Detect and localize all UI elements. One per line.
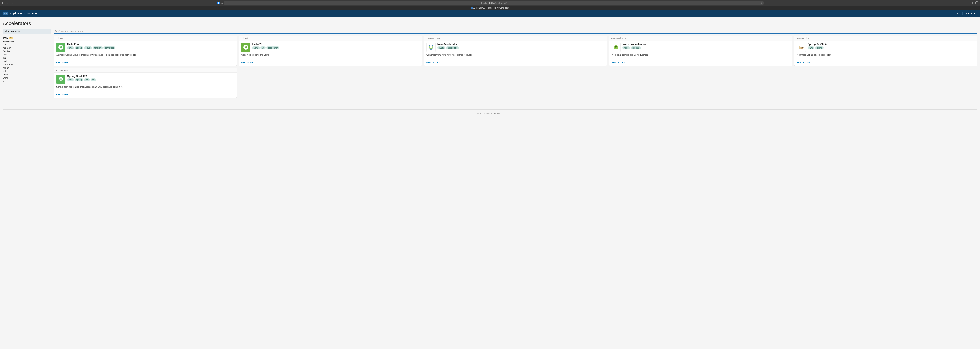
back-button[interactable]: ‹ [6,2,10,5]
svg-point-17 [799,46,800,47]
tabs-icon[interactable] [975,2,978,5]
card-title: Hello Ytt [252,43,419,46]
tag-chip[interactable]: express [631,46,641,49]
tracker-badge[interactable]: 0 [217,2,220,4]
tag-chip[interactable]: cloud [84,46,92,49]
card-tags: nodeexpress [622,46,789,49]
repository-link[interactable]: REPOSITORY [426,62,440,63]
url-bar[interactable]: localhost:8877/dashboard/ ↻ [224,1,764,5]
svg-point-5 [56,30,57,32]
tag-link-sql[interactable]: sql [3,70,51,73]
tag-chip[interactable]: java [67,78,74,81]
tag-chip[interactable]: spring [75,46,83,49]
tag-chip[interactable]: spring [815,46,824,49]
svg-marker-10 [430,46,433,49]
tag-chip[interactable]: serverless [103,46,116,49]
card-description: A simple Spring Cloud Function serverles… [56,53,234,56]
svg-point-15 [800,47,800,48]
tag-chip[interactable]: accelerator [266,46,279,49]
tag-link-tanzu[interactable]: tanzu [3,73,51,76]
tag-link-yaml[interactable]: yaml [3,76,51,79]
browser-right-controls: + [967,2,978,5]
card-tags: yamlyttaccelerator [252,46,419,49]
card-slug: node-accelerator [609,36,792,41]
search-input[interactable] [54,29,977,33]
accelerator-card-node-accelerator[interactable]: node-accelerator JS Node.js accelerator … [609,36,792,66]
card-tags: javaspringjpasql [67,78,234,81]
repository-link[interactable]: REPOSITORY [241,62,255,63]
tag-chip[interactable]: node [622,46,630,49]
tag-link-accelerator[interactable]: accelerator [3,40,51,43]
tag-link-express[interactable]: express [3,46,51,49]
tag-chip[interactable]: java [808,46,815,49]
tag-chip[interactable]: sql [91,78,96,81]
tag-link-function[interactable]: function [3,50,51,53]
card-icon [426,43,436,52]
reader-icon[interactable] [221,2,223,4]
card-title: Spring PetClinic [808,43,975,46]
tag-chip[interactable]: yaml [252,46,259,49]
card-icon: JS [611,43,620,52]
card-slug: spring-petclinic [794,36,977,41]
tag-link-node[interactable]: node [3,60,51,63]
sidebar: All accelerators TAGS 13 acceleratorclou… [3,29,51,98]
tag-chip[interactable]: java [67,46,74,49]
card-grid: hello-fun Hello Fun javaspringcloudfunct… [54,36,977,98]
tag-chip[interactable]: function [93,46,103,49]
url-path: /dashboard/ [495,2,507,4]
card-icon [56,75,65,84]
url-host: localhost:8877 [481,2,495,4]
app-header: vmw Application Accelerator Admin: OFF [0,10,980,17]
svg-line-6 [57,31,57,32]
svg-text:JS: JS [615,46,617,48]
svg-rect-4 [976,2,978,3]
card-slug: new-accelerator [424,36,607,41]
tag-link-jpa[interactable]: jpa [3,56,51,60]
svg-point-14 [801,47,803,49]
card-description: Uses YTT to generate yaml [241,53,419,56]
repository-link[interactable]: REPOSITORY [56,62,70,63]
repository-link[interactable]: REPOSITORY [797,62,810,63]
accelerator-card-hello-fun[interactable]: hello-fun Hello Fun javaspringcloudfunct… [54,36,237,66]
card-description: Generate yaml for a new Accelerator reso… [426,53,605,56]
new-tab-icon[interactable]: + [972,2,973,5]
tag-chip[interactable]: accelerator [446,46,459,49]
repository-link[interactable]: REPOSITORY [611,62,625,63]
tag-chip[interactable]: tanzu [438,46,445,49]
page-body: Accelerators All accelerators TAGS 13 ac… [0,17,980,104]
accelerator-card-hello-ytt[interactable]: hello-ytt Hello Ytt yamlyttaccelerator U… [239,36,422,66]
card-title: New Accelerator [438,43,605,46]
tags-count-badge: 13 [9,36,13,39]
accelerator-card-spring-sql-jpa[interactable]: spring-sql-jpa Spring Boot JPA javasprin… [54,68,237,98]
accelerator-card-spring-petclinic[interactable]: spring-petclinic Spring PetClinic javasp… [794,36,977,66]
tag-chip[interactable]: spring [75,78,83,81]
accelerator-card-new-accelerator[interactable]: new-accelerator New Accelerator tanzuacc… [424,36,607,66]
card-description: A Node.js sample app using Express [611,53,789,56]
tag-link-java[interactable]: java [3,53,51,56]
tags-label: TAGS [3,37,8,39]
svg-point-18 [803,46,803,47]
tag-link-spring[interactable]: spring [3,67,51,70]
tag-chip[interactable]: ytt [261,46,266,49]
tab-title[interactable]: Application Accelerator for VMware Tanzu [473,7,510,9]
tag-chip[interactable]: jpa [84,78,90,81]
browser-tab-bar: Application Accelerator for VMware Tanzu [0,6,980,10]
repository-link[interactable]: REPOSITORY [56,94,70,95]
card-icon [56,43,65,52]
tag-link-cloud[interactable]: cloud [3,43,51,46]
search-icon [55,30,57,33]
tag-link-ytt[interactable]: ytt [3,80,51,83]
all-accelerators-link[interactable]: All accelerators [3,29,51,34]
admin-status[interactable]: Admin: OFF [966,12,977,15]
page-title: Accelerators [3,21,977,27]
card-title: Node.js accelerator [622,43,789,46]
card-tags: javaspringcloudfunctionserverless [67,46,234,49]
tag-link-serverless[interactable]: serverless [3,63,51,66]
dark-mode-toggle[interactable] [956,12,959,15]
svg-rect-3 [976,2,977,3]
card-description: Spring Boot application that accesses an… [56,85,234,88]
sidebar-toggle-icon[interactable] [2,2,5,5]
reload-icon[interactable]: ↻ [760,2,762,4]
forward-button[interactable]: › [11,2,14,5]
share-icon[interactable] [967,2,969,5]
